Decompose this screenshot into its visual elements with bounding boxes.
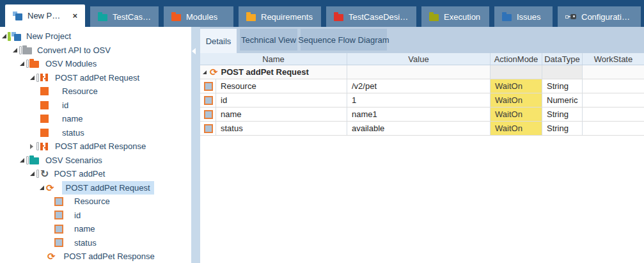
value-cell[interactable]: name1 [347,108,491,121]
actionmode-cell[interactable]: WaitOn [491,122,542,135]
datatype-cell[interactable]: String [542,108,583,121]
datatype-cell[interactable]: Numeric [542,93,583,107]
workstate-cell[interactable] [583,122,644,135]
actionmode-cell[interactable] [491,65,542,79]
tree-item-resource-module[interactable]: Resource [0,84,191,99]
app-window: New Project × TestCases Modules Requirem… [0,0,644,263]
field-square-icon [40,101,49,109]
tree-item-id-scenario[interactable]: id [0,209,191,223]
field-square-icon [54,225,63,234]
name-cell[interactable]: Resource [200,79,347,93]
tab-testcases[interactable]: TestCases [90,6,159,27]
actionmode-cell[interactable]: WaitOn [491,108,542,121]
table-row-id[interactable]: id 1 WaitOn Numeric [200,93,644,108]
tree-item-resource-scenario[interactable]: Resource [0,195,191,209]
tree-item-new-project[interactable]: New Project [0,29,191,44]
tab-issues[interactable]: Issues [494,6,553,27]
tree-item-label: name [72,223,98,235]
workstate-cell[interactable] [583,93,644,107]
expand-icon[interactable] [2,34,6,38]
value-cell[interactable] [347,65,491,79]
tree-item-label: id [72,209,83,221]
workstate-cell[interactable] [583,79,644,93]
tree-item-id-module[interactable]: id [0,99,191,113]
table-row-resource[interactable]: Resource /v2/pet WaitOn String [200,79,644,93]
expand-icon[interactable] [30,171,35,176]
tree-item-label: status [59,127,87,139]
tab-execution[interactable]: Execution [421,6,489,27]
group-name-cell[interactable]: ⟳ POST addPet Request [200,65,347,79]
project-tree: New Project Convert API to OSV OSV Modul… [0,27,191,263]
detail-tab-strip: Details Technical View Sequence Flow Dia… [200,27,644,53]
expand-icon[interactable] [40,186,44,190]
tree-item-osv-scenarios[interactable]: OSV Scenarios [0,154,191,168]
tab-requirements[interactable]: Requirements [239,6,321,27]
tab-details[interactable]: Details [200,29,237,53]
row-name: name [216,108,347,121]
tree-item-convert-api-to-osv[interactable]: Convert API to OSV [0,44,191,58]
tab-modules[interactable]: Modules [164,6,233,27]
folder-icon [246,14,256,21]
value-cell[interactable]: /v2/pet [347,79,491,93]
tab-sequence-flow-diagram[interactable]: Sequence Flow Diagram [301,29,387,51]
project-icon [12,31,21,41]
tree-item-label: OSV Modules [43,58,99,70]
expand-icon[interactable] [203,70,207,74]
tree-item-label: name [59,113,86,125]
table-row-name[interactable]: name name1 WaitOn String [200,108,644,122]
expand-icon[interactable] [30,76,35,80]
table-row-status[interactable]: status available WaitOn String [200,122,644,136]
row-name: id [216,93,347,107]
table-group-row[interactable]: ⟳ POST addPet Request [200,65,644,79]
module-icon [40,73,49,82]
folder-icon [429,14,439,21]
tree-item-label: New Project [24,30,74,42]
actionmode-cell[interactable]: WaitOn [491,79,542,93]
tab-testcasedesign[interactable]: TestCaseDesign [326,6,416,27]
datatype-cell[interactable]: String [542,122,583,135]
panel-splitter[interactable] [191,27,200,263]
tab-label: New Project [27,11,61,20]
node-bar-icon [36,170,39,178]
workstate-cell[interactable] [583,108,644,121]
tab-configurations[interactable]: Configurations [558,6,641,27]
field-square-icon [54,238,63,247]
name-cell[interactable]: id [200,93,347,107]
collapse-arrow-icon[interactable] [192,48,196,54]
tree-item-post-addpet[interactable]: ↻ POST addPet [0,167,191,181]
tree-item-osv-modules[interactable]: OSV Modules [0,57,191,71]
tab-label: TestCaseDesign [349,12,409,22]
tree-item-label: status [72,237,99,249]
tab-new-project[interactable]: New Project × [5,4,85,27]
tree-item-name-scenario[interactable]: name [0,222,191,236]
tree-item-post-addpet-response-scenario[interactable]: ⟳ POST addPet Response [0,250,191,263]
refresh-icon: ↻ [40,169,49,179]
name-cell[interactable]: status [200,122,347,135]
field-square-icon [40,87,49,95]
tab-technical-view[interactable]: Technical View [240,29,297,51]
expand-icon[interactable] [20,61,24,66]
value-cell[interactable]: available [347,122,491,135]
tree-item-label: POST addPet Request [52,72,142,84]
expand-icon[interactable] [20,158,24,163]
tree-item-post-addpet-response-module[interactable]: POST addPet Response [0,139,191,154]
sync-icon: ⟳ [47,251,56,261]
tab-label: Issues [517,12,541,22]
tab-label: Execution [444,12,480,22]
workstate-cell[interactable] [583,65,644,79]
value-cell[interactable]: 1 [347,93,491,107]
tree-item-post-addpet-request-module[interactable]: POST addPet Request [0,71,191,85]
close-icon[interactable]: × [72,11,77,20]
tree-item-status-scenario[interactable]: status [0,236,191,250]
datatype-cell[interactable]: String [542,79,583,93]
datatype-cell[interactable] [542,65,583,79]
folder-icon [29,157,39,164]
tree-item-name-module[interactable]: name [0,112,191,126]
name-cell[interactable]: name [200,108,347,121]
tree-item-post-addpet-request-scenario[interactable]: ⟳ POST addPet Request [0,181,191,195]
field-square-icon [204,124,213,133]
tree-item-status-module[interactable]: status [0,126,191,140]
actionmode-cell[interactable]: WaitOn [491,93,542,107]
expand-icon[interactable] [13,48,17,52]
expand-icon[interactable] [30,144,33,149]
